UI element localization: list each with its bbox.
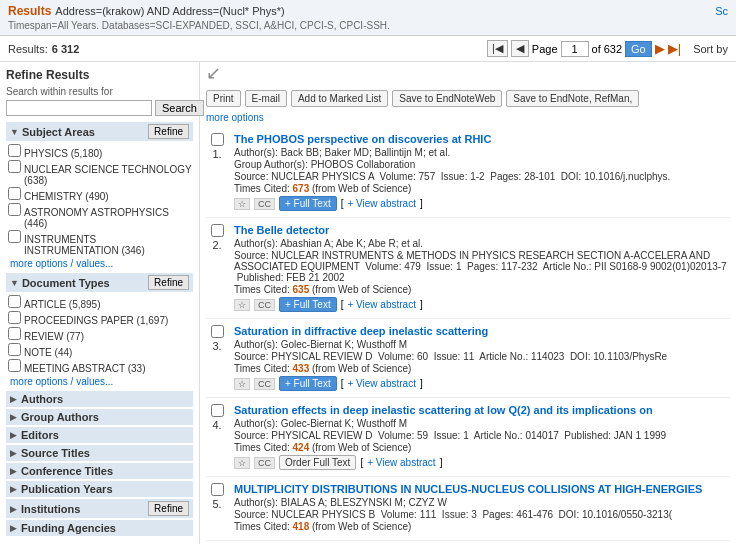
result-4-title[interactable]: Saturation effects in deep inelastic sca… xyxy=(234,404,730,416)
document-types-refine-button[interactable]: Refine xyxy=(148,275,189,290)
publication-years-section[interactable]: ▶ Publication Years xyxy=(6,481,193,497)
authors-section[interactable]: ▶ Authors xyxy=(6,391,193,407)
action-bar: Print E-mail Add to Marked List Save to … xyxy=(206,86,730,111)
doctype-note-label: NOTE (44) xyxy=(24,347,72,358)
result-1-view-abstract-link[interactable]: + View abstract xyxy=(347,198,415,209)
doctype-proceedings-label: PROCEEDINGS PAPER (1,697) xyxy=(24,315,168,326)
result-3-title[interactable]: Saturation in diffractive deep inelastic… xyxy=(234,325,730,337)
subject-areas-triangle: ▼ xyxy=(10,127,19,137)
subject-nuclear-checkbox[interactable] xyxy=(8,160,21,173)
result-4-checkbox[interactable] xyxy=(211,404,224,417)
source-titles-section[interactable]: ▶ Source Titles xyxy=(6,445,193,461)
institutions-refine-button[interactable]: Refine xyxy=(148,501,189,516)
result-3-authors: Author(s): Golec-Biernat K; Wusthoff M xyxy=(234,339,730,350)
subject-chemistry-checkbox[interactable] xyxy=(8,187,21,200)
last-page-button[interactable]: ▶| xyxy=(668,41,681,56)
conference-titles-section[interactable]: ▶ Conference Titles xyxy=(6,463,193,479)
result-3-bracket-close: ] xyxy=(420,378,423,389)
save-endnote-button[interactable]: Save to EndNote, RefMan, xyxy=(506,90,639,107)
funding-agencies-section[interactable]: ▶ Funding Agencies xyxy=(6,520,193,536)
result-3-full-text-button[interactable]: + Full Text xyxy=(279,376,337,391)
result-4-order-button[interactable]: Order Full Text xyxy=(279,455,356,470)
result-4-source: Source: PHYSICAL REVIEW D Volume: 59 Iss… xyxy=(234,430,730,441)
results-label: Results xyxy=(8,4,51,18)
document-types-title: ▼ Document Types xyxy=(10,277,110,289)
result-4-cited-count: 424 xyxy=(293,442,310,453)
result-1-title[interactable]: The PHOBOS perspective on discoveries at… xyxy=(234,133,730,145)
subject-instruments-checkbox[interactable] xyxy=(8,230,21,243)
page-input[interactable] xyxy=(561,41,589,57)
doctype-review: REVIEW (77) xyxy=(6,327,193,342)
subject-astronomy-checkbox[interactable] xyxy=(8,203,21,216)
go-button[interactable]: Go xyxy=(625,41,652,57)
result-4-checkbox-col: 4. xyxy=(206,404,228,470)
result-4-bracket-close: ] xyxy=(440,457,443,468)
result-3-view-abstract-link[interactable]: + View abstract xyxy=(347,378,415,389)
search-within-input[interactable] xyxy=(6,100,152,116)
more-options-row: more options xyxy=(206,111,730,123)
result-2-title[interactable]: The Belle detector xyxy=(234,224,730,236)
sc-link[interactable]: Sc xyxy=(715,5,728,17)
print-button[interactable]: Print xyxy=(206,90,241,107)
doctype-more-link[interactable]: more options / values... xyxy=(10,376,193,387)
result-3-checkbox-col: 3. xyxy=(206,325,228,391)
result-3-checkbox[interactable] xyxy=(211,325,224,338)
result-1-full-text-button[interactable]: + Full Text xyxy=(279,196,337,211)
doctype-note: NOTE (44) xyxy=(6,343,193,358)
funding-agencies-title: Funding Agencies xyxy=(21,522,116,534)
header: Results Address=(krakow) AND Address=(Nu… xyxy=(0,0,736,36)
subject-more-link[interactable]: more options / values... xyxy=(10,258,193,269)
result-5-checkbox[interactable] xyxy=(211,483,224,496)
result-2-actions: ☆ CC + Full Text [ + View abstract ] xyxy=(234,297,730,312)
search-within-button[interactable]: Search xyxy=(155,100,204,116)
result-4-authors: Author(s): Golec-Biernat K; Wusthoff M xyxy=(234,418,730,429)
result-1-group-authors: Group Author(s): PHOBOS Collaboration xyxy=(234,159,730,170)
doctype-meeting-checkbox[interactable] xyxy=(8,359,21,372)
subject-areas-refine-button[interactable]: Refine xyxy=(148,124,189,139)
result-4-icon1: ☆ xyxy=(234,457,250,469)
main-layout: Refine Results Search within results for… xyxy=(0,62,736,544)
group-authors-title: Group Authors xyxy=(21,411,99,423)
subject-areas-header[interactable]: ▼ Subject Areas Refine xyxy=(6,122,193,141)
result-4-view-abstract-link[interactable]: + View abstract xyxy=(367,457,435,468)
result-3-icon2: CC xyxy=(254,378,275,390)
doctype-article-checkbox[interactable] xyxy=(8,295,21,308)
table-row: 4. Saturation effects in deep inelastic … xyxy=(206,398,730,477)
doctype-review-checkbox[interactable] xyxy=(8,327,21,340)
result-2-number: 2. xyxy=(212,239,221,251)
result-2-icon2: CC xyxy=(254,299,275,311)
doctype-article: ARTICLE (5,895) xyxy=(6,295,193,310)
doctype-proceedings-checkbox[interactable] xyxy=(8,311,21,324)
institutions-section[interactable]: ▶ Institutions Refine xyxy=(6,499,193,518)
institutions-arrow-icon: ▶ xyxy=(10,504,17,514)
editors-section[interactable]: ▶ Editors xyxy=(6,427,193,443)
result-2-source: Source: NUCLEAR INSTRUMENTS & METHODS IN… xyxy=(234,250,730,283)
publication-years-title: Publication Years xyxy=(21,483,113,495)
email-button[interactable]: E-mail xyxy=(245,90,287,107)
conference-titles-title: Conference Titles xyxy=(21,465,113,477)
more-options-link[interactable]: more options xyxy=(206,112,264,123)
result-3-cited: Times Cited: 433 (from Web of Science) xyxy=(234,363,730,374)
result-1-icon1: ☆ xyxy=(234,198,250,210)
prev-page-button[interactable]: ◀ xyxy=(511,40,529,57)
result-4-icon2: CC xyxy=(254,457,275,469)
result-5-checkbox-col: 5. xyxy=(206,483,228,534)
result-1-number: 1. xyxy=(212,148,221,160)
save-endnote-web-button[interactable]: Save to EndNoteWeb xyxy=(392,90,502,107)
doctype-proceedings: PROCEEDINGS PAPER (1,697) xyxy=(6,311,193,326)
group-authors-section[interactable]: ▶ Group Authors xyxy=(6,409,193,425)
doctype-note-checkbox[interactable] xyxy=(8,343,21,356)
result-5-title[interactable]: MULTIPLICITY DISTRIBUTIONS IN NUCLEUS-NU… xyxy=(234,483,730,495)
result-2-checkbox[interactable] xyxy=(211,224,224,237)
play-button[interactable]: ▶ xyxy=(655,41,665,56)
first-page-button[interactable]: |◀ xyxy=(487,40,508,57)
result-3-cited-count: 433 xyxy=(293,363,310,374)
add-to-marked-button[interactable]: Add to Marked List xyxy=(291,90,388,107)
result-2-cited: Times Cited: 635 (from Web of Science) xyxy=(234,284,730,295)
result-2-full-text-button[interactable]: + Full Text xyxy=(279,297,337,312)
subject-physics-checkbox[interactable] xyxy=(8,144,21,157)
result-2-view-abstract-link[interactable]: + View abstract xyxy=(347,299,415,310)
document-types-header[interactable]: ▼ Document Types Refine xyxy=(6,273,193,292)
result-4-body: Saturation effects in deep inelastic sca… xyxy=(234,404,730,470)
result-1-checkbox[interactable] xyxy=(211,133,224,146)
